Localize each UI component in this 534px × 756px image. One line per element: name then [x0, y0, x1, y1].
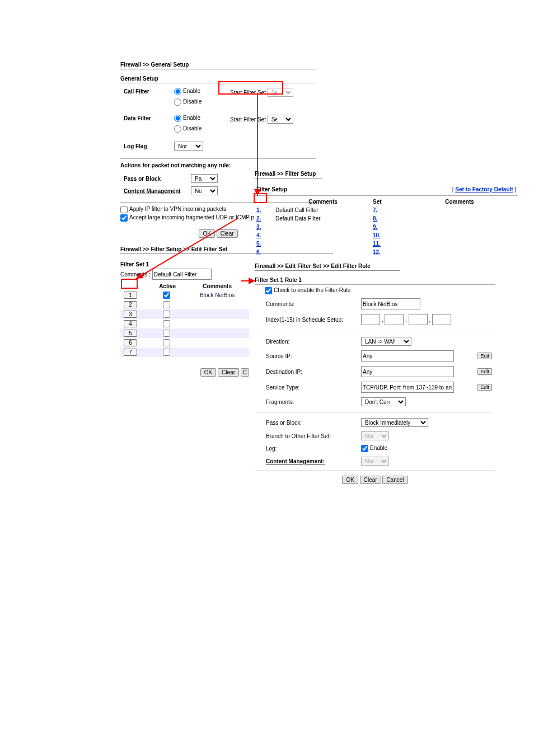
- rule-active-2[interactable]: [163, 301, 170, 308]
- fragments-label: Fragments:: [256, 396, 358, 408]
- pass-or-block-label: Pass or Block: [124, 176, 161, 182]
- enable-rule-checkbox[interactable]: Check to enable the Filter Rule: [265, 287, 350, 293]
- set-link-7[interactable]: 7.: [373, 207, 377, 213]
- rule-active-3[interactable]: [163, 311, 170, 318]
- fragments-select[interactable]: Don't Care: [361, 397, 406, 406]
- start-filter-set2-select[interactable]: Set#2: [268, 115, 293, 124]
- schedule-idx-1[interactable]: [361, 314, 380, 325]
- breadcrumb-general: Firewall >> General Setup: [120, 62, 316, 68]
- rule-log-label: Log:: [256, 443, 358, 454]
- set-link-8[interactable]: 8.: [373, 215, 377, 222]
- start-filter-set2-label: Start Filter Set: [230, 116, 266, 123]
- rule-btn-2[interactable]: 2: [124, 301, 137, 308]
- rule-row-5: 5: [120, 328, 249, 338]
- rule-active-4[interactable]: [163, 320, 170, 327]
- rule-btn-7[interactable]: 7: [124, 349, 137, 356]
- source-ip-input[interactable]: [361, 350, 454, 361]
- source-ip-edit-button[interactable]: Edit: [477, 353, 492, 359]
- rule-active-1[interactable]: [163, 292, 170, 299]
- rule-btn-4[interactable]: 4: [124, 320, 137, 327]
- content-mgmt-label[interactable]: Content Management: [124, 188, 181, 194]
- log-flag-select[interactable]: None: [174, 142, 203, 151]
- rule-row-7: 7: [120, 348, 249, 357]
- rule-ok-button[interactable]: OK: [342, 476, 358, 484]
- source-ip-label: Source IP:: [256, 349, 358, 363]
- content-mgmt-select[interactable]: None: [191, 186, 218, 195]
- service-type-label: Service Type:: [256, 380, 358, 395]
- comments-header2: Comments: [402, 198, 517, 205]
- rule-row-6: 6: [120, 338, 249, 348]
- dest-ip-input[interactable]: [361, 366, 454, 377]
- set-link-12[interactable]: 12.: [373, 249, 381, 255]
- filter-set-title: Filter Set 1: [120, 261, 249, 267]
- service-type-edit-button[interactable]: Edit: [477, 384, 492, 391]
- rule-log-enable[interactable]: Enable: [361, 445, 387, 451]
- schedule-idx-2[interactable]: [385, 314, 404, 325]
- dest-ip-label: Destination IP:: [256, 364, 358, 379]
- set-link-2[interactable]: 2.: [256, 215, 261, 222]
- breadcrumb-edit-filter-set: Firewall >> Filter Setup >> Edit Filter …: [120, 246, 333, 252]
- rule-row-1: 1 Block NetBios: [120, 290, 249, 300]
- accept-frag-checkbox[interactable]: Accept large incoming fragmented UDP or …: [120, 214, 254, 220]
- set-comment-2: Default Data Filter: [275, 215, 371, 222]
- rule-content-mgmt-select[interactable]: None: [361, 457, 389, 466]
- data-filter-enable-option[interactable]: Enable: [174, 115, 200, 121]
- start-filter-set1-select[interactable]: Set#1: [268, 88, 293, 97]
- comments-header3: Comments: [185, 282, 249, 290]
- rule-cancel-button[interactable]: Cancel: [382, 476, 407, 484]
- filterset-ok-button[interactable]: OK: [200, 368, 216, 377]
- filterset-comments-input[interactable]: [152, 269, 212, 280]
- general-setup-title: General Setup: [120, 76, 316, 82]
- apply-vpn-checkbox[interactable]: Apply IP filter to VPN incoming packets: [120, 206, 226, 212]
- set-link-10[interactable]: 10.: [373, 232, 381, 238]
- filterset-cancel-button[interactable]: C: [241, 368, 249, 377]
- rule-active-6[interactable]: [163, 339, 170, 346]
- schedule-idx-4[interactable]: [432, 314, 451, 325]
- rule-btn-1[interactable]: 1: [124, 292, 137, 299]
- comments-header: Comments: [275, 198, 371, 205]
- data-filter-label: Data Filter: [124, 115, 151, 121]
- active-header: Active: [149, 282, 185, 290]
- call-filter-enable-option[interactable]: Enable: [174, 88, 200, 94]
- branch-select[interactable]: None: [361, 431, 389, 440]
- direction-label: Direction:: [256, 335, 358, 348]
- set-link-1[interactable]: 1.: [256, 207, 261, 213]
- filterset-comments-label: Comments :: [120, 271, 151, 278]
- set-comment-1: Default Call Filter: [275, 206, 371, 214]
- rule-comment-1: Block NetBios: [185, 290, 249, 300]
- breadcrumb-filter-setup: Firewall >> Filter Setup: [255, 171, 339, 177]
- general-ok-button[interactable]: OK: [199, 229, 214, 238]
- general-clear-button[interactable]: Clear: [217, 229, 238, 238]
- pass-or-block-select[interactable]: Pass: [191, 174, 218, 183]
- rule-btn-6[interactable]: 6: [124, 339, 137, 346]
- rule-btn-5[interactable]: 5: [124, 330, 137, 337]
- rule-comments-input[interactable]: [361, 298, 420, 309]
- dest-ip-edit-button[interactable]: Edit: [477, 368, 492, 375]
- direction-select[interactable]: LAN -> WAN: [361, 337, 411, 346]
- rule-row-3: 3: [120, 309, 249, 319]
- branch-label: Branch to Other Filter Set:: [256, 430, 358, 442]
- set-link-3[interactable]: 3.: [256, 224, 261, 230]
- service-type-input[interactable]: [361, 382, 454, 393]
- start-filter-set-label: Start Filter Set: [230, 90, 266, 96]
- breadcrumb-edit-filter-rule: Firewall >> Edit Filter Set >> Edit Filt…: [255, 263, 400, 269]
- edit-rule-title: Filter Set 1 Rule 1: [255, 277, 495, 283]
- rule-content-mgmt-label[interactable]: Content Management:: [266, 458, 325, 464]
- rule-btn-3[interactable]: 3: [124, 311, 137, 318]
- filter-setup-title: Filter Setup: [256, 186, 341, 193]
- call-filter-disable-option[interactable]: Disable: [174, 98, 202, 105]
- set-header: Set: [372, 198, 401, 205]
- rule-clear-button[interactable]: Clear: [360, 476, 381, 484]
- data-filter-disable-option[interactable]: Disable: [174, 125, 202, 132]
- set-factory-default-link[interactable]: Set to Factory Default: [455, 186, 513, 192]
- set-link-4[interactable]: 4.: [256, 232, 261, 238]
- actions-label: Actions for packet not matching any rule…: [120, 162, 316, 168]
- set-link-9[interactable]: 9.: [373, 224, 377, 230]
- set-link-11[interactable]: 11.: [373, 241, 381, 247]
- call-filter-label: Call Filter: [124, 88, 149, 95]
- rule-active-7[interactable]: [163, 349, 170, 356]
- filterset-clear-button[interactable]: Clear: [218, 368, 239, 377]
- rule-pass-block-select[interactable]: Block Immediately: [361, 418, 428, 427]
- schedule-idx-3[interactable]: [409, 314, 428, 325]
- rule-active-5[interactable]: [163, 330, 170, 337]
